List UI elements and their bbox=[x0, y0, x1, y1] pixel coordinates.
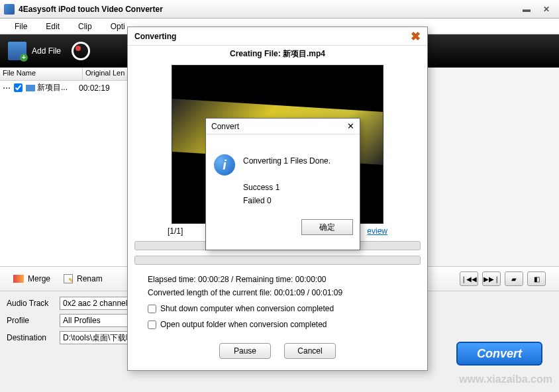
capture-button[interactable]: ◧ bbox=[527, 271, 546, 286]
dialog-buttons: Pause Cancel bbox=[128, 336, 427, 366]
preview-link[interactable]: eview bbox=[367, 226, 387, 236]
app-icon bbox=[4, 4, 15, 15]
prev-button[interactable]: ❘◀◀ bbox=[460, 271, 478, 286]
openfolder-label: Open output folder when conversion compl… bbox=[160, 318, 327, 331]
destination-label: Destination bbox=[7, 333, 54, 342]
creating-file-label: Creating File: 新项目.mp4 bbox=[128, 46, 427, 62]
title-bar: 4Easysoft iPod touch Video Converter ▬ ✕ bbox=[0, 0, 559, 19]
app-title: 4Easysoft iPod touch Video Converter bbox=[19, 5, 515, 14]
palette-icon bbox=[72, 42, 90, 60]
merge-label: Merge bbox=[28, 274, 50, 283]
file-list-header: File Name Original Len bbox=[0, 68, 132, 81]
total-progress-bar bbox=[134, 256, 421, 265]
shutdown-checkbox-row[interactable]: Shut down computer when conversion compl… bbox=[148, 302, 407, 315]
creating-prefix: Creating File: bbox=[230, 49, 283, 58]
add-file-button[interactable]: Add File bbox=[8, 42, 61, 60]
cancel-button[interactable]: Cancel bbox=[284, 343, 336, 359]
alert-title: Convert bbox=[211, 122, 239, 131]
add-file-icon bbox=[8, 42, 26, 60]
add-file-label: Add File bbox=[32, 46, 61, 56]
col-length[interactable]: Original Len bbox=[83, 68, 132, 80]
alert-line1: Converting 1 Files Done. bbox=[243, 154, 330, 168]
alert-close-icon[interactable]: ✕ bbox=[347, 121, 354, 131]
elapsed-time-text: Elapsed time: 00:00:28 / Remaining time:… bbox=[148, 273, 407, 286]
dialog-title: Converting bbox=[134, 32, 176, 41]
alert-header: Convert ✕ bbox=[206, 119, 360, 134]
file-list: File Name Original Len ⋯ 新项目... 00:02:19 bbox=[0, 68, 132, 266]
next-button[interactable]: ▶▶❘ bbox=[482, 271, 501, 286]
openfolder-checkbox-row[interactable]: Open output folder when conversion compl… bbox=[148, 318, 407, 331]
conversion-stats: Elapsed time: 00:00:28 / Remaining time:… bbox=[128, 268, 427, 336]
file-name: 新项目... bbox=[37, 82, 77, 93]
file-row[interactable]: ⋯ 新项目... 00:02:19 bbox=[0, 81, 132, 95]
tree-dots: ⋯ bbox=[3, 83, 11, 93]
pause-button[interactable]: Pause bbox=[219, 343, 271, 359]
audio-track-label: Audio Track bbox=[7, 299, 54, 308]
menu-edit[interactable]: Edit bbox=[36, 19, 69, 34]
col-filename[interactable]: File Name bbox=[0, 68, 83, 80]
playback-controls: ❘◀◀ ▶▶❘ ▰ ◧ bbox=[460, 271, 546, 286]
alert-footer: 确定 bbox=[206, 214, 360, 240]
merge-icon bbox=[13, 275, 24, 283]
site-watermark: www.xiazaiba.com bbox=[459, 373, 552, 385]
close-button[interactable]: ✕ bbox=[538, 5, 555, 14]
convert-button[interactable]: Convert bbox=[456, 342, 542, 366]
menu-file[interactable]: File bbox=[5, 19, 36, 34]
shutdown-checkbox[interactable] bbox=[148, 305, 156, 313]
menu-clip[interactable]: Clip bbox=[69, 19, 101, 34]
info-icon: i bbox=[214, 154, 235, 175]
snapshot-button[interactable]: ▰ bbox=[505, 271, 523, 286]
rename-label: Renam bbox=[77, 274, 103, 283]
video-file-icon bbox=[26, 85, 35, 91]
alert-body: i Converting 1 Files Done. Success 1 Fai… bbox=[206, 134, 360, 214]
merge-button[interactable]: Merge bbox=[13, 274, 50, 283]
converted-length-text: Converted length of the current file: 00… bbox=[148, 286, 407, 299]
profile-label: Profile bbox=[7, 316, 54, 325]
alert-ok-button[interactable]: 确定 bbox=[301, 219, 353, 235]
alert-line2: Success 1 bbox=[243, 181, 330, 194]
alert-text: Converting 1 Files Done. Success 1 Faile… bbox=[243, 154, 330, 207]
openfolder-checkbox[interactable] bbox=[148, 320, 156, 329]
alert-dialog: Convert ✕ i Converting 1 Files Done. Suc… bbox=[205, 118, 360, 250]
rename-button[interactable]: Renam bbox=[64, 274, 103, 283]
dialog-titlebar: Converting ✖ bbox=[128, 27, 427, 46]
shutdown-label: Shut down computer when conversion compl… bbox=[160, 302, 334, 315]
dialog-close-icon[interactable]: ✖ bbox=[411, 29, 421, 44]
progress-counter: [1/1] bbox=[168, 226, 183, 236]
creating-filename: 新项目.mp4 bbox=[283, 49, 325, 58]
file-checkbox[interactable] bbox=[14, 83, 23, 92]
effects-button[interactable] bbox=[72, 42, 90, 60]
minimize-button[interactable]: ▬ bbox=[518, 5, 535, 14]
rename-icon bbox=[64, 274, 73, 283]
file-length: 00:02:19 bbox=[79, 83, 110, 93]
alert-line3: Failed 0 bbox=[243, 194, 330, 207]
